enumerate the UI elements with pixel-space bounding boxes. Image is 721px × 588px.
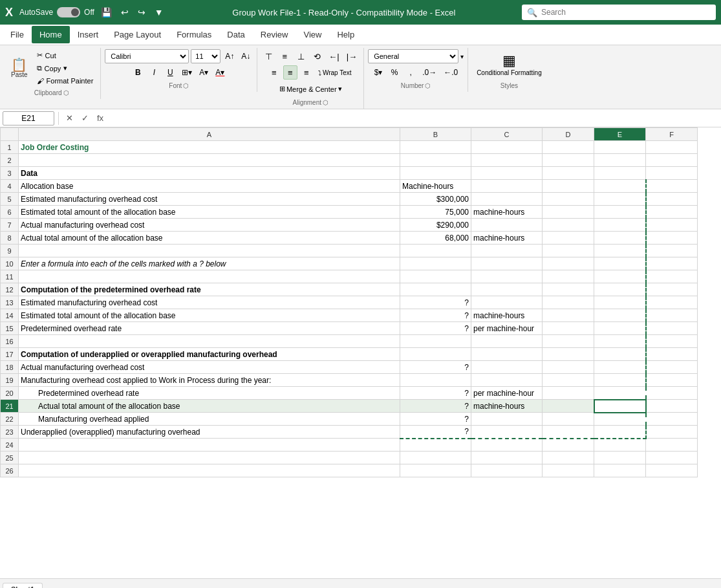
cell-c1[interactable] (471, 141, 543, 154)
cell-e10[interactable] (594, 257, 646, 270)
bold-button[interactable]: B (131, 65, 145, 80)
cell-c11[interactable] (471, 270, 543, 283)
cell-f13[interactable] (646, 296, 698, 309)
save-icon[interactable]: 💾 (98, 6, 114, 19)
cell-f25[interactable] (646, 452, 698, 464)
sheet-grid[interactable]: A B C D E F 1 Job Order Costing (0, 127, 721, 578)
font-shrink-button[interactable]: A↓ (239, 49, 253, 63)
align-left-button[interactable]: ≡ (267, 65, 281, 80)
cell-a19[interactable]: Manufacturing overhead cost applied to W… (19, 374, 400, 387)
cell-a10[interactable]: Enter a formula into each of the cells m… (19, 257, 400, 270)
text-direction-button[interactable]: ⟲ (310, 49, 324, 63)
sheet-tab-sheet1[interactable]: Sheet1 (3, 583, 43, 588)
cell-f2[interactable] (646, 154, 698, 167)
align-top-button[interactable]: ⊤ (261, 49, 275, 63)
formula-cancel-button[interactable]: ✕ (63, 112, 76, 125)
cell-d11[interactable] (543, 270, 594, 283)
align-center-button[interactable]: ≡ (283, 65, 297, 80)
cell-a6[interactable]: Estimated total amount of the allocation… (19, 206, 400, 219)
cell-f12[interactable] (646, 283, 698, 296)
cell-b23[interactable]: ? (400, 426, 471, 439)
cell-c21[interactable]: machine-hours (471, 400, 543, 413)
cell-c16[interactable] (471, 335, 543, 348)
align-bottom-button[interactable]: ⊥ (294, 49, 308, 63)
cell-e11[interactable] (594, 270, 646, 283)
cell-b17[interactable] (400, 348, 471, 361)
cell-d23[interactable] (543, 426, 594, 439)
cell-d24[interactable] (543, 439, 594, 452)
cell-d10[interactable] (543, 257, 594, 270)
cell-e25[interactable] (594, 452, 646, 464)
cell-a16[interactable] (19, 335, 400, 348)
cell-b8[interactable]: 68,000 (400, 232, 471, 245)
underline-button[interactable]: U (163, 65, 177, 80)
cell-e26[interactable] (594, 464, 646, 477)
cell-a2[interactable] (19, 154, 400, 167)
alignment-expand-icon[interactable]: ⬡ (323, 99, 328, 106)
cell-c8[interactable]: machine-hours (471, 232, 543, 245)
cell-d19[interactable] (543, 374, 594, 387)
cell-b19[interactable] (400, 374, 471, 387)
cell-a3[interactable]: Data (19, 167, 400, 180)
menu-page-layout[interactable]: Page Layout (106, 26, 169, 43)
cell-b22[interactable]: ? (400, 413, 471, 426)
align-middle-button[interactable]: ≡ (277, 49, 292, 63)
cell-a7[interactable]: Actual manufacturing overhead cost (19, 219, 400, 232)
cell-e6[interactable] (594, 206, 646, 219)
cell-f1[interactable] (646, 141, 698, 154)
conditional-formatting-button[interactable]: ▦ Conditional Formatting (472, 49, 546, 80)
more-commands-icon[interactable]: ▼ (152, 6, 166, 19)
cell-f20[interactable] (646, 387, 698, 400)
cell-f21[interactable] (646, 400, 698, 413)
search-input[interactable] (541, 8, 711, 17)
cell-d16[interactable] (543, 335, 594, 348)
cell-c7[interactable] (471, 219, 543, 232)
cell-d5[interactable] (543, 193, 594, 206)
cell-a5[interactable]: Estimated manufacturing overhead cost (19, 193, 400, 206)
cell-e2[interactable] (594, 154, 646, 167)
cell-c18[interactable] (471, 361, 543, 374)
cell-f11[interactable] (646, 270, 698, 283)
cell-c25[interactable] (471, 452, 543, 464)
search-box[interactable]: 🔍 (522, 5, 716, 20)
cell-f4[interactable] (646, 180, 698, 193)
cell-c22[interactable] (471, 413, 543, 426)
cell-b4[interactable]: Machine-hours (400, 180, 471, 193)
cell-d3[interactable] (543, 167, 594, 180)
copy-button[interactable]: ⧉ Copy ▾ (34, 62, 97, 74)
cell-d15[interactable] (543, 322, 594, 335)
menu-data[interactable]: Data (219, 26, 252, 43)
cell-f5[interactable] (646, 193, 698, 206)
cell-a4[interactable]: Allocation base (19, 180, 400, 193)
cell-d4[interactable] (543, 180, 594, 193)
cell-b2[interactable] (400, 154, 471, 167)
cell-c2[interactable] (471, 154, 543, 167)
cell-e22[interactable] (594, 413, 646, 426)
cell-c12[interactable] (471, 283, 543, 296)
autosave-toggle[interactable] (57, 7, 80, 17)
cell-f14[interactable] (646, 309, 698, 322)
comma-button[interactable]: , (404, 65, 418, 80)
number-expand-icon[interactable]: ⬡ (425, 82, 431, 89)
cell-a12[interactable]: Computation of the predetermined overhea… (19, 283, 400, 296)
cell-a21[interactable]: Actual total amount of the allocation ba… (19, 400, 400, 413)
cell-e21[interactable] (594, 400, 646, 413)
wrap-text-button[interactable]: ⤵ Wrap Text (316, 65, 354, 80)
cell-f10[interactable] (646, 257, 698, 270)
merge-center-button[interactable]: ⊞ Merge & Center ▾ (275, 82, 347, 96)
cell-e4[interactable] (594, 180, 646, 193)
font-grow-button[interactable]: A↑ (222, 49, 237, 63)
cell-e23[interactable] (594, 426, 646, 439)
cell-e9[interactable] (594, 245, 646, 257)
cell-c4[interactable] (471, 180, 543, 193)
cell-e8[interactable] (594, 232, 646, 245)
cell-a18[interactable]: Actual manufacturing overhead cost (19, 361, 400, 374)
cell-d26[interactable] (543, 464, 594, 477)
cell-c23[interactable] (471, 426, 543, 439)
cell-b26[interactable] (400, 464, 471, 477)
cell-b16[interactable] (400, 335, 471, 348)
col-header-d[interactable]: D (543, 128, 594, 141)
cell-c15[interactable]: per machine-hour (471, 322, 543, 335)
cell-e5[interactable] (594, 193, 646, 206)
cell-a24[interactable] (19, 439, 400, 452)
